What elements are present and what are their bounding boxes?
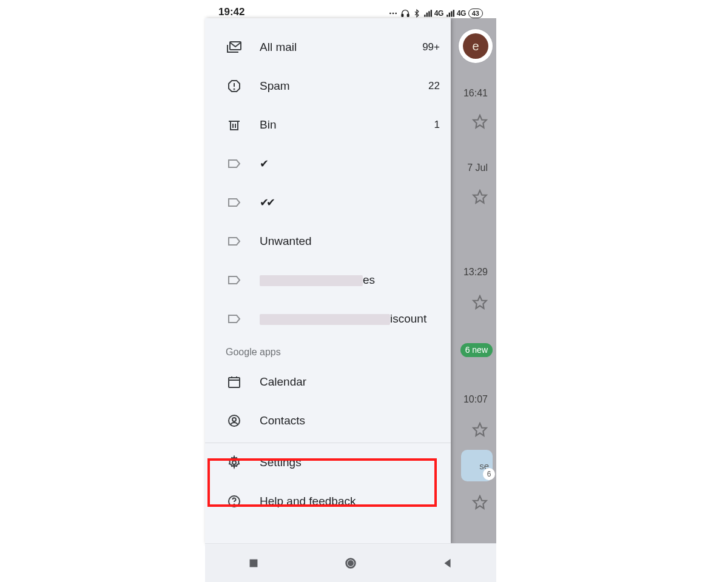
status-indicators: 4G 4G 43 <box>388 8 483 18</box>
nav-label: All mail <box>260 41 422 54</box>
calendar-icon <box>226 375 243 389</box>
svg-marker-8 <box>473 423 487 436</box>
battery-level: 43 <box>468 8 483 18</box>
account-avatar[interactable]: e <box>459 29 493 63</box>
signal-icon-2 <box>446 9 454 18</box>
svg-point-2 <box>395 13 397 15</box>
signal-icon-1 <box>423 9 432 18</box>
app-body: e 16:41 7 Jul 13:29 6 new 10:07 se 6 <box>205 18 496 544</box>
back-button[interactable] <box>441 557 454 570</box>
redacted-text <box>260 314 390 325</box>
status-bar: 19:42 4G 4G 43 <box>205 0 496 18</box>
nav-label: Bin <box>260 118 434 132</box>
nav-count: 1 <box>434 119 440 131</box>
svg-marker-7 <box>473 296 487 309</box>
section-google-apps: Google apps <box>205 338 451 363</box>
compose-chip[interactable]: se 6 <box>461 450 493 481</box>
svg-point-24 <box>234 504 235 505</box>
label-icon <box>226 234 243 249</box>
nav-label: Unwanted <box>260 235 440 248</box>
network-label-1: 4G <box>434 9 443 18</box>
star-icon[interactable] <box>472 189 488 205</box>
contacts-icon <box>226 413 243 428</box>
nav-label: iscount <box>260 312 440 326</box>
help-icon <box>226 494 243 509</box>
headphones-icon <box>400 8 410 18</box>
navigation-drawer: All mail 99+ Spam 22 Bin 1 <box>205 18 451 544</box>
nav-label: ✔✔ <box>260 196 440 209</box>
svg-rect-25 <box>250 559 258 567</box>
star-icon[interactable] <box>472 295 488 310</box>
label-icon <box>226 312 243 326</box>
nav-all-mail[interactable]: All mail 99+ <box>205 28 451 67</box>
nav-label: ✔ <box>260 157 440 170</box>
svg-marker-6 <box>473 190 487 203</box>
status-time: 19:42 <box>218 6 244 18</box>
nav-count: 22 <box>428 80 440 92</box>
star-icon[interactable] <box>472 422 488 438</box>
svg-point-13 <box>234 89 235 90</box>
redacted-text <box>260 275 363 286</box>
mail-time-4: 10:07 <box>463 394 488 405</box>
svg-rect-16 <box>229 378 240 387</box>
nav-label: es <box>260 273 440 287</box>
label-icon <box>226 195 243 210</box>
recent-apps-button[interactable] <box>247 557 260 570</box>
nav-settings[interactable]: Settings <box>205 443 451 482</box>
svg-point-1 <box>392 13 394 15</box>
home-button[interactable] <box>344 557 357 570</box>
svg-point-0 <box>389 13 391 15</box>
mail-time-1: 16:41 <box>463 88 488 99</box>
nav-label-doubletick[interactable]: ✔✔ <box>205 183 451 222</box>
bluetooth-icon <box>413 9 421 18</box>
nav-label: Help and feedback <box>260 495 440 508</box>
spam-icon <box>226 79 243 93</box>
network-label-2: 4G <box>457 9 466 18</box>
svg-marker-9 <box>473 496 487 509</box>
svg-point-27 <box>348 561 352 565</box>
svg-point-22 <box>232 461 236 464</box>
new-badge: 6 new <box>460 343 493 357</box>
chip-count: 6 <box>483 468 495 480</box>
nav-count: 99+ <box>422 41 440 53</box>
svg-marker-5 <box>473 115 487 128</box>
nav-spam[interactable]: Spam 22 <box>205 67 451 105</box>
gear-icon <box>226 455 243 470</box>
trash-icon <box>226 118 243 132</box>
mail-time-3: 13:29 <box>463 267 488 278</box>
star-icon[interactable] <box>472 114 488 130</box>
nav-bin[interactable]: Bin 1 <box>205 105 451 144</box>
star-icon[interactable] <box>472 495 488 510</box>
inbox-peek: e 16:41 7 Jul 13:29 6 new 10:07 se 6 <box>451 18 496 544</box>
nav-label: Spam <box>260 79 428 93</box>
nav-calendar[interactable]: Calendar <box>205 363 451 401</box>
nav-label-redacted-1[interactable]: es <box>205 261 451 299</box>
nav-label: Settings <box>260 456 440 469</box>
nav-help[interactable]: Help and feedback <box>205 482 451 521</box>
label-icon <box>226 156 243 171</box>
nav-label-redacted-2[interactable]: iscount <box>205 299 451 338</box>
svg-rect-4 <box>407 14 409 16</box>
more-icon <box>388 8 398 18</box>
svg-rect-3 <box>402 14 403 16</box>
nav-label: Calendar <box>260 375 440 389</box>
stacked-mail-icon <box>226 40 243 55</box>
label-icon <box>226 273 243 287</box>
nav-label: Contacts <box>260 414 440 427</box>
mail-date-2: 7 Jul <box>467 162 488 173</box>
nav-contacts[interactable]: Contacts <box>205 401 451 440</box>
nav-label-unwanted[interactable]: Unwanted <box>205 222 451 261</box>
phone-frame: 19:42 4G 4G 43 e <box>205 0 496 582</box>
svg-point-21 <box>232 418 236 421</box>
system-nav-bar <box>205 543 496 582</box>
avatar-initial: e <box>463 33 488 59</box>
nav-label-tick[interactable]: ✔ <box>205 144 451 183</box>
